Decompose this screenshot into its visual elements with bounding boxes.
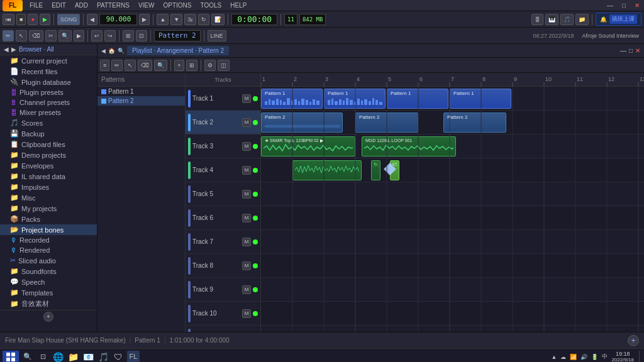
prev-pattern[interactable]: ▲: [157, 14, 169, 25]
sidebar-item-clipboard-files[interactable]: 📋 Clipboard files: [0, 139, 97, 150]
sidebar-item-recorded[interactable]: 🎙 Recorded: [0, 235, 97, 245]
menu-add[interactable]: ADD: [73, 2, 90, 9]
record-button[interactable]: ●: [28, 14, 37, 25]
menu-patterns[interactable]: PATTERNS: [95, 2, 131, 9]
redo-button[interactable]: ↪: [104, 30, 116, 41]
pattern-block-1-3[interactable]: Pattern 1: [387, 89, 448, 109]
pattern-list-item-2[interactable]: Pattern 2: [97, 96, 185, 106]
sidebar-item-plugin-presets[interactable]: 🎛 Plugin presets: [0, 87, 97, 97]
sidebar-item-templates[interactable]: 📁 Templates: [0, 287, 97, 298]
menu-file[interactable]: FILE: [28, 2, 45, 9]
track-row-4[interactable]: Track 4 M: [186, 158, 260, 182]
sidebar-item-rendered[interactable]: 🎙 Rendered: [0, 245, 97, 255]
playlist-window-min[interactable]: —: [620, 47, 626, 54]
track-mute-1[interactable]: M: [242, 94, 251, 103]
taskbar-app-1[interactable]: 🌐: [52, 351, 64, 363]
mixer-button[interactable]: 🎛: [531, 14, 543, 25]
playlist-toggle-clips[interactable]: ≡: [100, 60, 109, 71]
track-lane-7[interactable]: [261, 230, 644, 254]
playlist-group[interactable]: ◫: [218, 60, 230, 71]
track-row-7[interactable]: Track 7 M: [186, 230, 260, 254]
metronome-button[interactable]: 3₂: [184, 14, 196, 25]
pattern-block-3-2[interactable]: MGD 1228.L LOOP 001: [362, 136, 456, 156]
piano-roll-button[interactable]: 🎵: [560, 14, 574, 25]
sidebar-item-impulses[interactable]: 📁 Impulses: [0, 182, 97, 192]
pattern-block-4-2[interactable]: ↻2: [371, 160, 380, 180]
track-row-3[interactable]: Track 3 M: [186, 134, 260, 158]
sidebar-item-il-shared-data[interactable]: 📁 IL shared data: [0, 171, 97, 182]
rewind-button[interactable]: ⏮: [3, 14, 14, 25]
sidebar-item-scores[interactable]: 🎵 Scores: [0, 118, 97, 128]
track-lane-4[interactable]: ↻2 K5: [261, 158, 644, 182]
tempo-up[interactable]: ▶: [139, 14, 150, 25]
track-mute-7[interactable]: M: [242, 238, 251, 246]
taskbar-app-3[interactable]: 📧: [82, 351, 94, 363]
playlist-arrange[interactable]: ⊞: [186, 60, 197, 71]
play-button[interactable]: ▶: [40, 14, 50, 25]
menu-help[interactable]: HELP: [228, 2, 248, 9]
track-mute-9[interactable]: M: [242, 285, 251, 294]
playlist-search-icon[interactable]: 🔍: [118, 48, 125, 54]
window-close[interactable]: ✕: [633, 2, 641, 9]
track-row-1[interactable]: Track 1 M: [186, 87, 260, 111]
track-lane-1[interactable]: Pattern 1: [261, 87, 644, 111]
sidebar-item-speech[interactable]: 💬 Speech: [0, 277, 97, 287]
track-mute-3[interactable]: M: [242, 142, 251, 151]
add-folder-button[interactable]: +: [43, 312, 53, 322]
arrow-left-icon[interactable]: ◀: [101, 48, 106, 54]
menu-edit[interactable]: EDIT: [50, 2, 68, 9]
track-row-10[interactable]: Track 10 M: [186, 302, 260, 326]
taskbar-cloud[interactable]: ☁: [560, 354, 566, 360]
taskbar-network[interactable]: 📶: [570, 354, 577, 360]
track-lane-2[interactable]: Pattern 2 Pattern 2: [261, 111, 644, 134]
pattern-block-3-1[interactable]: ★ SNMR Top L 123BPM 02 ▶: [261, 136, 355, 156]
track-mute-2[interactable]: M: [242, 118, 251, 127]
taskbar-search[interactable]: 🔍: [21, 351, 34, 363]
step-edit[interactable]: 📝: [211, 14, 225, 25]
undo-button[interactable]: ↩: [91, 30, 103, 41]
pattern-block-1-2[interactable]: Pattern 1: [324, 89, 386, 109]
next-pattern[interactable]: ▼: [170, 14, 182, 25]
playlist-draw[interactable]: ✏: [111, 60, 123, 71]
menu-view[interactable]: VIEW: [136, 2, 157, 9]
start-button[interactable]: [3, 351, 19, 363]
window-maximize[interactable]: □: [620, 2, 628, 9]
taskbar-systray[interactable]: ▲: [551, 354, 557, 360]
sidebar-item-project-bones[interactable]: 📂 Project bones: [0, 224, 97, 235]
pattern-block-1-1[interactable]: Pattern 1: [261, 89, 323, 109]
taskbar-show-desktop[interactable]: [639, 351, 641, 363]
track-mute-10[interactable]: M: [242, 309, 251, 318]
menu-tools[interactable]: TOOLS: [198, 2, 223, 9]
sidebar-item-plugin-database[interactable]: 🔌 Plugin database: [0, 77, 97, 87]
play-tool[interactable]: ▶: [74, 30, 84, 41]
menu-options[interactable]: OPTIONS: [161, 2, 193, 9]
line-mode-button[interactable]: LINE: [208, 30, 226, 41]
sidebar-item-sliced-audio[interactable]: ✂ Sliced audio: [0, 255, 97, 266]
sidebar-item-channel-presets[interactable]: 🎚 Channel presets: [0, 97, 97, 107]
sidebar-item-envelopes[interactable]: 📁 Envelopes: [0, 160, 97, 171]
taskbar-task-view[interactable]: ⊡: [36, 351, 49, 363]
erase-tool[interactable]: ⌫: [29, 30, 43, 41]
stop-button[interactable]: ■: [16, 14, 26, 25]
track-mute-6[interactable]: M: [242, 214, 251, 222]
taskbar-volume[interactable]: 🔊: [580, 354, 587, 360]
add-track-button[interactable]: +: [628, 335, 639, 346]
pattern-block-2-2[interactable]: Pattern 2: [355, 112, 418, 133]
select-tool[interactable]: ↖: [16, 30, 27, 41]
sidebar-item-backup[interactable]: 💾 Backup: [0, 128, 97, 139]
track-lane-11[interactable]: [261, 326, 644, 332]
taskbar-battery[interactable]: 🔋: [591, 354, 598, 360]
playlist-window-close[interactable]: ✕: [635, 47, 640, 54]
sidebar-item-soundfonts[interactable]: 📁 Soundfonts: [0, 266, 97, 277]
playlist-select[interactable]: ↖: [125, 60, 136, 71]
window-minimize[interactable]: —: [605, 2, 615, 9]
sidebar-item-effects-material[interactable]: 📁 音效素材: [0, 298, 97, 310]
sidebar-item-mixer-presets[interactable]: 🎛 Mixer presets: [0, 107, 97, 118]
playlist-home-icon[interactable]: 🏠: [108, 48, 115, 54]
track-mute-8[interactable]: M: [242, 261, 251, 270]
browser-forward[interactable]: ▶: [11, 46, 16, 53]
playlist-zoom[interactable]: 🔍: [154, 60, 167, 71]
track-row-2[interactable]: Track 2 M: [186, 111, 260, 134]
taskbar-app-2[interactable]: 📁: [67, 351, 79, 363]
track-mute-4[interactable]: M: [242, 166, 251, 175]
